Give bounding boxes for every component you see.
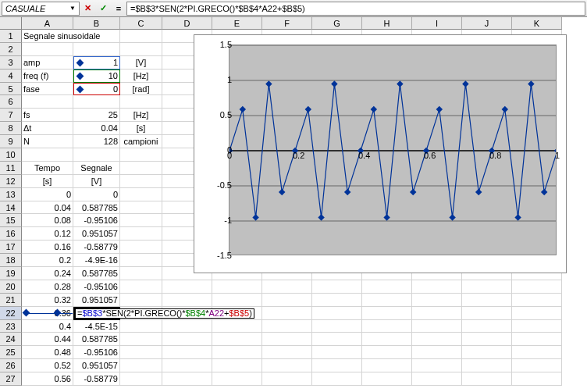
formula-input[interactable]: =$B$3*SEN(2*PI.GRECO()*$B$4*A22+$B$5) bbox=[126, 2, 585, 16]
cell[interactable]: 0.587785 bbox=[73, 333, 120, 346]
cell[interactable] bbox=[120, 359, 162, 372]
cell[interactable]: -0.95106 bbox=[73, 214, 120, 227]
row-header-12[interactable]: 12 bbox=[0, 175, 22, 188]
chart[interactable]: -1.5-1-0.500.511.5 00.20.40.60.81 bbox=[194, 34, 567, 273]
cell[interactable] bbox=[312, 320, 362, 333]
cell[interactable]: fs bbox=[22, 109, 73, 122]
col-header-K[interactable]: K bbox=[512, 17, 562, 30]
cell[interactable]: 0.44 bbox=[22, 333, 73, 346]
row-header-22[interactable]: 22 bbox=[0, 307, 22, 320]
accept-button[interactable]: ✓ bbox=[96, 2, 110, 16]
row-header-26[interactable]: 26 bbox=[0, 359, 22, 372]
cell[interactable] bbox=[362, 372, 412, 386]
cell[interactable] bbox=[312, 307, 362, 320]
select-all-corner[interactable] bbox=[0, 17, 22, 30]
cell[interactable]: 0.12 bbox=[22, 227, 73, 241]
cell[interactable]: 0.28 bbox=[22, 280, 73, 294]
row-header-21[interactable]: 21 bbox=[0, 294, 22, 307]
col-header-I[interactable]: I bbox=[412, 17, 462, 30]
cell-editor[interactable]: =$B$3*SEN(2*PI.GRECO()*$B$4*A22+$B$5) bbox=[75, 308, 254, 319]
cell[interactable]: -4.9E-16 bbox=[73, 254, 120, 267]
col-header-F[interactable]: F bbox=[262, 17, 312, 30]
row-header-17[interactable]: 17 bbox=[0, 241, 22, 254]
row-header-24[interactable]: 24 bbox=[0, 333, 22, 346]
row-header-5[interactable]: 5 bbox=[0, 83, 22, 96]
cell[interactable]: 0 bbox=[22, 188, 73, 201]
cell[interactable] bbox=[462, 333, 512, 346]
cell[interactable] bbox=[22, 148, 73, 162]
cell[interactable] bbox=[262, 372, 312, 386]
cell[interactable] bbox=[412, 359, 462, 372]
cell[interactable]: -0.95106 bbox=[73, 280, 120, 294]
cell[interactable]: 0.52 bbox=[22, 359, 73, 372]
cell[interactable]: -4.5E-15 bbox=[73, 320, 120, 333]
cell[interactable] bbox=[362, 359, 412, 372]
cell[interactable]: =$B$3*SEN(2*PI.GRECO()*$B$4*A22+$B$5) bbox=[73, 307, 120, 320]
cell[interactable]: 0.04 bbox=[22, 201, 73, 215]
cell[interactable] bbox=[412, 280, 462, 294]
row-header-16[interactable]: 16 bbox=[0, 227, 22, 241]
col-header-G[interactable]: G bbox=[312, 17, 362, 30]
cell[interactable] bbox=[120, 372, 162, 386]
cell[interactable] bbox=[312, 333, 362, 346]
cell[interactable] bbox=[212, 346, 262, 359]
cell[interactable]: 0.24 bbox=[22, 267, 73, 280]
cell[interactable] bbox=[462, 320, 512, 333]
cell[interactable] bbox=[120, 214, 162, 227]
cell[interactable]: [s] bbox=[22, 175, 73, 188]
cell[interactable] bbox=[120, 254, 162, 267]
cell[interactable]: 0.08 bbox=[22, 214, 73, 227]
cell[interactable] bbox=[362, 346, 412, 359]
cell[interactable] bbox=[262, 359, 312, 372]
cell[interactable]: [Hz] bbox=[120, 69, 162, 83]
cell[interactable] bbox=[512, 346, 562, 359]
cell[interactable] bbox=[120, 320, 162, 333]
cell[interactable] bbox=[73, 95, 120, 109]
cell[interactable]: 0.2 bbox=[22, 254, 73, 267]
cell[interactable]: [rad] bbox=[120, 83, 162, 96]
cell[interactable] bbox=[512, 280, 562, 294]
col-header-B[interactable]: B bbox=[73, 17, 120, 30]
cell[interactable] bbox=[262, 307, 312, 320]
cell[interactable] bbox=[120, 280, 162, 294]
cell[interactable] bbox=[412, 333, 462, 346]
cell[interactable]: freq (f) bbox=[22, 69, 73, 83]
col-header-E[interactable]: E bbox=[212, 17, 262, 30]
cell[interactable] bbox=[462, 346, 512, 359]
cell[interactable] bbox=[412, 307, 462, 320]
cell[interactable]: -0.58779 bbox=[73, 241, 120, 254]
cell[interactable] bbox=[120, 188, 162, 201]
cell[interactable] bbox=[412, 294, 462, 307]
cell[interactable] bbox=[462, 307, 512, 320]
cell[interactable] bbox=[412, 372, 462, 386]
col-header-A[interactable]: A bbox=[22, 17, 73, 30]
cell[interactable] bbox=[120, 95, 162, 109]
row-header-3[interactable]: 3 bbox=[0, 56, 22, 69]
cell[interactable] bbox=[162, 280, 212, 294]
row-header-1[interactable]: 1 bbox=[0, 30, 22, 43]
cell[interactable] bbox=[73, 43, 120, 56]
cell[interactable] bbox=[262, 346, 312, 359]
cell[interactable]: amp bbox=[22, 56, 73, 69]
row-header-11[interactable]: 11 bbox=[0, 162, 22, 175]
cell[interactable]: campioni bbox=[120, 135, 162, 148]
cell[interactable] bbox=[312, 346, 362, 359]
cell[interactable] bbox=[120, 241, 162, 254]
cell[interactable]: Segnale sinusoidale bbox=[22, 30, 120, 43]
cell[interactable] bbox=[120, 43, 162, 56]
cell[interactable]: 0.16 bbox=[22, 241, 73, 254]
cell[interactable] bbox=[362, 333, 412, 346]
cell[interactable] bbox=[120, 175, 162, 188]
row-header-4[interactable]: 4 bbox=[0, 69, 22, 83]
cell[interactable] bbox=[120, 333, 162, 346]
cell[interactable] bbox=[262, 280, 312, 294]
cell[interactable] bbox=[312, 372, 362, 386]
series-marker-cell[interactable]: 0.36 bbox=[22, 307, 73, 320]
row-header-15[interactable]: 15 bbox=[0, 214, 22, 227]
cell[interactable]: 0.587785 bbox=[73, 267, 120, 280]
cell[interactable] bbox=[512, 320, 562, 333]
cell[interactable] bbox=[512, 359, 562, 372]
row-header-23[interactable]: 23 bbox=[0, 320, 22, 333]
cell[interactable] bbox=[262, 333, 312, 346]
col-header-H[interactable]: H bbox=[362, 17, 412, 30]
